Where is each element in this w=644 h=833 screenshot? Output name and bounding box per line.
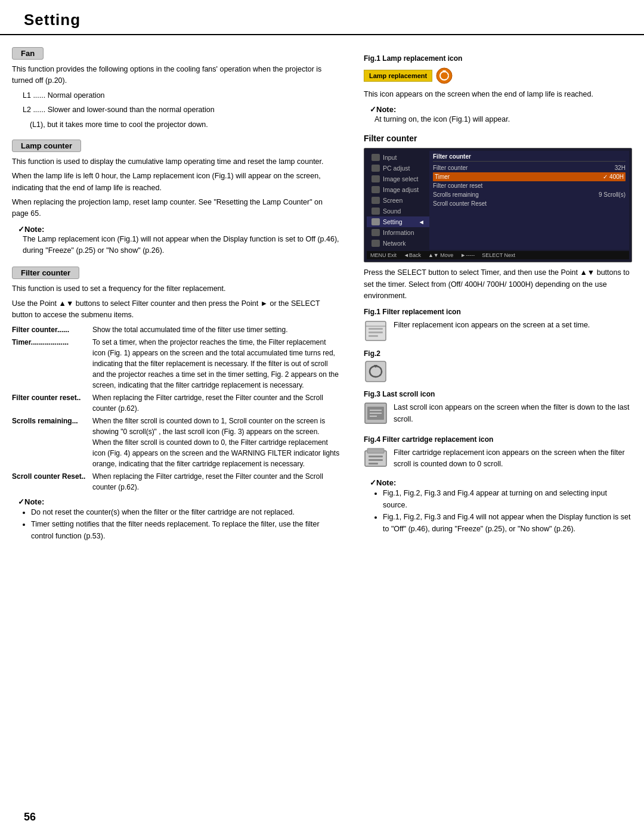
right-bottom-note-title: ✓Note:: [370, 478, 632, 487]
filter-counter-menu-screenshot: Input PC adjust Image select Image: [364, 148, 632, 262]
fig1-filter-box: Filter replacement icon appears on the s…: [364, 320, 632, 342]
menu-right-title: Filter counter: [433, 153, 626, 162]
fig3-icon-placeholder: [364, 402, 388, 425]
page-title: Setting: [24, 11, 80, 29]
filter-replacement-icon-placeholder: [364, 320, 388, 342]
def-desc-scrolls-remaining: When the filter scroll is counted down t…: [92, 416, 340, 469]
def-desc-scroll-counter-reset: When replacing the Filter cartridge, res…: [92, 471, 340, 493]
fig3-caption: Last scroll icon appears on the screen w…: [394, 402, 632, 425]
lamp-counter-section: Lamp counter This function is used to di…: [12, 134, 340, 256]
svg-rect-2: [366, 321, 386, 340]
menu-item-sound: Sound: [367, 206, 429, 216]
filter-intro: This function is used to set a frequency…: [12, 283, 340, 295]
filter-note-title: ✓Note:: [18, 497, 340, 506]
filter-counter-label: Filter counter: [12, 267, 79, 279]
menu-item-screen: Screen: [367, 195, 429, 206]
menu-item-sound-label: Sound: [383, 208, 401, 215]
pc-adjust-icon: [371, 165, 380, 172]
fig4-caption: Filter cartridge replacement icon appear…: [394, 447, 632, 470]
fig2-icon-placeholder: [364, 360, 388, 383]
fan-l2-sub: (L1), but it takes more time to cool the…: [30, 119, 340, 131]
fan-section: Fan This function provides the following…: [12, 47, 340, 131]
svg-rect-17: [369, 459, 383, 461]
def-row-filter-reset: Filter counter reset.. When replacing th…: [12, 392, 340, 414]
menu-row-timer: Timer ✓ 400H: [433, 172, 626, 181]
fig3-box: Last scroll icon appears on the screen w…: [364, 402, 632, 428]
fig4-box: Filter cartridge replacement icon appear…: [364, 447, 632, 473]
def-desc-filter-reset: When replacing the Filter cartridge, res…: [92, 392, 340, 414]
right-column: Fig.1 Lamp replacement icon Lamp replace…: [358, 47, 632, 547]
filter-replacement-icon: [364, 320, 388, 342]
menu-item-network-label: Network: [383, 240, 406, 247]
menu-left: Input PC adjust Image select Image: [367, 151, 429, 250]
menu-row-filter-counter: Filter counter 32H: [433, 163, 626, 172]
fan-l1: L1 ...... Normal operation: [23, 90, 340, 101]
def-row-scroll-counter-reset: Scroll counter Reset.. When replacing th…: [12, 471, 340, 493]
right-note-bullet-1: Fig.1, Fig.2, Fig.3 and Fig.4 appear at …: [383, 487, 632, 511]
menu-row-filter-counter-reset: Filter counter reset: [433, 181, 626, 190]
svg-point-0: [436, 68, 452, 83]
fig2-icon: [364, 360, 387, 383]
fig1-filter-caption: Filter replacement icon appears on the s…: [394, 320, 590, 331]
lamp-note-text: The Lamp replacement icon (Fig.1) will n…: [23, 234, 340, 256]
right-note-bullet-2: Fig.1, Fig.2, Fig.3 and Fig.4 will not a…: [383, 511, 632, 535]
menu-caption: Press the SELECT button to select Timer,…: [364, 267, 632, 302]
filter-note-bullet-1: Do not reset the counter(s) when the fil…: [31, 506, 340, 518]
def-row-scrolls-remaining: Scrolls remaining... When the filter scr…: [12, 416, 340, 469]
filter-definitions: Filter counter...... Show the total accu…: [12, 324, 340, 493]
lamp-para3: When replacing the projection lamp, rese…: [12, 197, 340, 220]
left-column: Fan This function provides the following…: [12, 47, 346, 547]
filter-usage: Use the Point ▲▼ buttons to select Filte…: [12, 298, 340, 321]
page: Setting Fan This function provides the f…: [0, 0, 644, 833]
svg-rect-18: [369, 463, 378, 465]
def-term-filter-reset: Filter counter reset..: [12, 392, 92, 414]
content-area: Fan This function provides the following…: [0, 35, 644, 559]
menu-item-image-select: Image select: [367, 174, 429, 184]
def-term-scroll-counter-reset: Scroll counter Reset..: [12, 471, 92, 493]
menu-bottom-bar: MENU Exit ◄Back ▲▼ Move ►----- SELECT Ne…: [367, 251, 629, 259]
menu-item-input-label: Input: [383, 154, 397, 161]
right-bottom-note-list: Fig.1, Fig.2, Fig.3 and Fig.4 appear at …: [383, 487, 632, 535]
menu-item-image-select-label: Image select: [383, 175, 419, 182]
lamp-note-title: ✓Note:: [18, 225, 340, 234]
fig1-lamp-caption: This icon appears on the screen when the…: [364, 89, 632, 100]
menu-item-image-adjust: Image adjust: [367, 184, 429, 195]
svg-rect-15: [367, 448, 384, 453]
fig2-label: Fig.2: [364, 349, 632, 358]
menu-item-input: Input: [367, 152, 429, 163]
fig2-section: Fig.2: [364, 349, 632, 383]
lamp-replacement-badge: Lamp replacement: [364, 67, 453, 84]
fig3-label: Fig.3 Last scroll icon: [364, 390, 632, 398]
filter-note-list: Do not reset the counter(s) when the fil…: [31, 506, 340, 542]
lamp-badge-text: Lamp replacement: [364, 70, 432, 82]
svg-rect-6: [369, 335, 378, 337]
def-row-filter-counter: Filter counter...... Show the total accu…: [12, 324, 340, 335]
lamp-right-note-title: ✓Note:: [370, 105, 632, 114]
fig1-filter-section: Fig.1 Filter replacement icon Filter rep…: [364, 308, 632, 342]
image-select-icon: [371, 175, 380, 182]
menu-item-pc-adjust: PC adjust: [367, 163, 429, 174]
fig4-label: Fig.4 Filter cartridge replacement icon: [364, 435, 632, 444]
page-header: Setting: [0, 0, 644, 35]
fig4-icon: [364, 447, 388, 470]
filter-counter-right-header: Filter counter: [364, 134, 632, 143]
lamp-right-note-text: At turning on, the icon (Fig.1) will app…: [374, 114, 632, 125]
def-term-filter-counter: Filter counter......: [12, 324, 92, 335]
information-icon: [371, 229, 380, 236]
menu-item-network: Network: [367, 238, 429, 249]
lamp-note: ✓Note: The Lamp replacement icon (Fig.1)…: [18, 225, 340, 256]
filter-note: ✓Note: Do not reset the counter(s) when …: [18, 497, 340, 542]
filter-note-bullet-2: Timer setting notifies that the filter n…: [31, 518, 340, 542]
menu-item-information-label: Information: [383, 229, 414, 236]
input-icon: [371, 154, 380, 161]
menu-item-setting: Setting ◄: [367, 216, 429, 227]
screen-icon: [371, 197, 380, 204]
menu-row-scroll-counter-reset: Scroll counter Reset: [433, 199, 626, 208]
fig4-section: Fig.4 Filter cartridge replacement icon …: [364, 435, 632, 473]
def-desc-filter-counter: Show the total accumulated time of the f…: [92, 324, 340, 335]
setting-icon: [371, 218, 380, 225]
menu-body: Input PC adjust Image select Image: [367, 151, 629, 250]
menu-right: Filter counter Filter counter 32H Timer …: [429, 151, 629, 250]
lamp-replacement-icon: [436, 67, 453, 84]
svg-rect-5: [369, 332, 383, 333]
